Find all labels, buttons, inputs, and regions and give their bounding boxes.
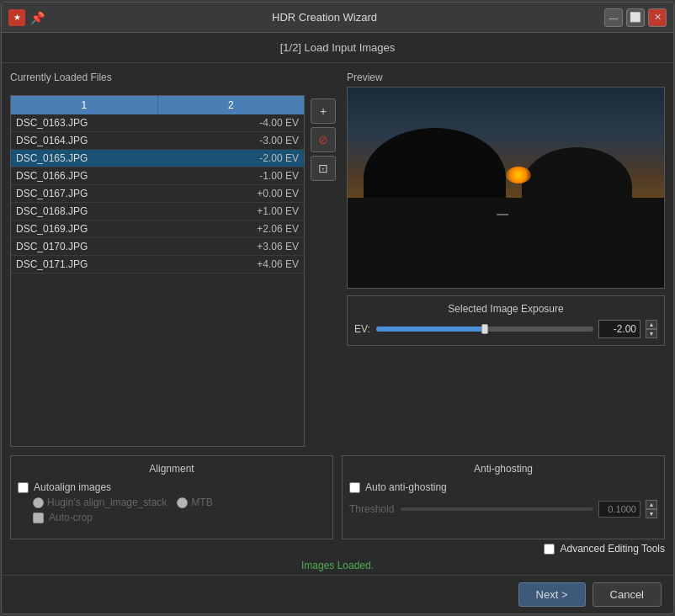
footer: Next > Cancel — [2, 575, 673, 613]
table-row[interactable]: DSC_0163.JPG -4.00 EV — [11, 114, 304, 132]
clear-files-button[interactable]: ⊡ — [311, 156, 336, 181]
file-ev: +1.00 EV — [240, 205, 299, 217]
mtb-radio[interactable] — [177, 497, 188, 508]
file-name: DSC_0165.JPG — [16, 152, 240, 164]
file-name: DSC_0170.JPG — [16, 241, 240, 252]
file-name: DSC_0169.JPG — [16, 223, 240, 235]
table-row[interactable]: DSC_0165.JPG -2.00 EV — [11, 150, 304, 167]
file-ev: +4.06 EV — [240, 258, 299, 270]
table-row[interactable]: DSC_0168.JPG +1.00 EV — [11, 203, 304, 220]
threshold-row: Threshold ▲ ▼ — [349, 500, 657, 518]
autocrop-row: Auto-crop — [33, 512, 326, 523]
file-controls: + ⊘ ⊡ — [308, 95, 338, 447]
right-panel: Preview Selected Image Exposure EV: — [347, 72, 665, 447]
exposure-spinners: ▲ ▼ — [646, 320, 657, 338]
auto-ghosting-label: Auto anti-ghosting — [365, 481, 447, 493]
hugin-label: Hugin's align_image_stack — [47, 497, 167, 508]
file-name: DSC_0171.JPG — [16, 258, 240, 270]
file-name: DSC_0167.JPG — [16, 188, 240, 199]
table-row[interactable]: DSC_0167.JPG +0.00 EV — [11, 185, 304, 203]
hugin-radio[interactable] — [33, 497, 44, 508]
file-name: DSC_0166.JPG — [16, 170, 240, 182]
threshold-value-input[interactable] — [598, 501, 640, 518]
main-content: Currently Loaded Files 1 2 DSC_0163.JPG … — [2, 63, 673, 455]
files-section-label: Currently Loaded Files — [10, 72, 338, 83]
ev-label: EV: — [354, 323, 371, 335]
add-file-button[interactable]: + — [311, 98, 336, 124]
titlebar: ★ 📌 HDR Creation Wizard — ⬜ ✕ — [2, 3, 673, 33]
slider-thumb[interactable] — [481, 324, 488, 334]
align-method-group: Hugin's align_image_stack MTB — [33, 497, 326, 508]
alignment-box: Alignment Autoalign images Hugin's align… — [10, 455, 333, 539]
file-name: DSC_0164.JPG — [16, 135, 240, 146]
remove-file-button[interactable]: ⊘ — [311, 127, 336, 152]
exposure-up-button[interactable]: ▲ — [646, 320, 657, 329]
table-row[interactable]: DSC_0169.JPG +2.06 EV — [11, 220, 304, 238]
slider-fill — [376, 327, 485, 332]
advanced-editing-checkbox[interactable] — [544, 544, 555, 555]
exposure-row: EV: ▲ ▼ — [354, 320, 657, 338]
restore-button[interactable]: ⬜ — [626, 8, 645, 27]
table-row[interactable]: DSC_0170.JPG +3.06 EV — [11, 238, 304, 256]
plus-icon: + — [320, 104, 327, 118]
autocrop-checkbox[interactable] — [33, 512, 44, 523]
threshold-slider[interactable] — [401, 507, 593, 511]
exposure-section: Selected Image Exposure EV: ▲ ▼ — [347, 295, 665, 346]
status-bar: Images Loaded. — [2, 556, 673, 575]
mtb-label: MTB — [191, 497, 212, 508]
file-ev: -4.00 EV — [240, 117, 299, 129]
remove-icon: ⊘ — [318, 133, 328, 146]
hugin-radio-label[interactable]: Hugin's align_image_stack — [33, 497, 167, 508]
anti-ghosting-title: Anti-ghosting — [349, 463, 657, 475]
col-2-header: 2 — [158, 96, 305, 114]
file-ev: +3.06 EV — [240, 241, 299, 252]
close-button[interactable]: ✕ — [648, 8, 667, 27]
autoalign-row: Autoalign images — [18, 481, 326, 493]
status-message: Images Loaded. — [301, 560, 374, 571]
pin-icon[interactable]: 📌 — [30, 11, 45, 24]
left-panel: Currently Loaded Files 1 2 DSC_0163.JPG … — [10, 72, 338, 447]
advanced-checkbox-row: Advanced Editing Tools — [544, 543, 665, 555]
threshold-up-button[interactable]: ▲ — [646, 500, 657, 509]
file-list-container[interactable]: 1 2 DSC_0163.JPG -4.00 EV DSC_0164.JPG -… — [10, 95, 305, 447]
preview-label: Preview — [347, 72, 665, 83]
app-icon: ★ — [8, 9, 25, 26]
file-ev: +0.00 EV — [240, 188, 299, 199]
auto-ghosting-checkbox[interactable] — [349, 482, 360, 493]
table-row[interactable]: DSC_0171.JPG +4.06 EV — [11, 256, 304, 273]
exposure-slider[interactable] — [376, 327, 593, 332]
threshold-spinners: ▲ ▼ — [646, 500, 657, 518]
preview-ground — [348, 198, 664, 288]
autocrop-label: Auto-crop — [49, 512, 93, 523]
step-header: [1/2] Load Input Images — [2, 33, 673, 63]
table-row[interactable]: DSC_0164.JPG -3.00 EV — [11, 132, 304, 150]
alignment-title: Alignment — [18, 463, 326, 475]
files-header: 1 2 — [11, 96, 304, 114]
file-ev: +2.06 EV — [240, 223, 299, 235]
exposure-value-input[interactable] — [598, 320, 640, 338]
main-window: ★ 📌 HDR Creation Wizard — ⬜ ✕ [1/2] Load… — [1, 2, 674, 614]
preview-dash — [497, 214, 508, 215]
threshold-down-button[interactable]: ▼ — [646, 509, 657, 518]
table-row[interactable]: DSC_0166.JPG -1.00 EV — [11, 167, 304, 185]
window-title: HDR Creation Wizard — [45, 11, 604, 24]
bottom-panels: Alignment Autoalign images Hugin's align… — [2, 455, 673, 539]
file-ev: -1.00 EV — [240, 170, 299, 182]
autoalign-checkbox[interactable] — [18, 482, 29, 493]
file-name: DSC_0168.JPG — [16, 205, 240, 217]
file-ev: -3.00 EV — [240, 135, 299, 146]
preview-section: Preview — [347, 72, 665, 289]
file-list-area: 1 2 DSC_0163.JPG -4.00 EV DSC_0164.JPG -… — [10, 95, 338, 447]
next-button[interactable]: Next > — [518, 582, 586, 607]
threshold-label: Threshold — [349, 503, 396, 515]
auto-ghosting-row: Auto anti-ghosting — [349, 481, 657, 493]
clear-icon: ⊡ — [318, 162, 328, 175]
cancel-button[interactable]: Cancel — [593, 582, 662, 607]
window-controls: — ⬜ ✕ — [604, 8, 667, 27]
exposure-title: Selected Image Exposure — [354, 303, 657, 315]
minimize-button[interactable]: — — [604, 8, 623, 27]
preview-image — [347, 87, 665, 289]
exposure-down-button[interactable]: ▼ — [646, 329, 657, 338]
advanced-row: Advanced Editing Tools — [2, 539, 673, 556]
mtb-radio-label[interactable]: MTB — [177, 497, 212, 508]
